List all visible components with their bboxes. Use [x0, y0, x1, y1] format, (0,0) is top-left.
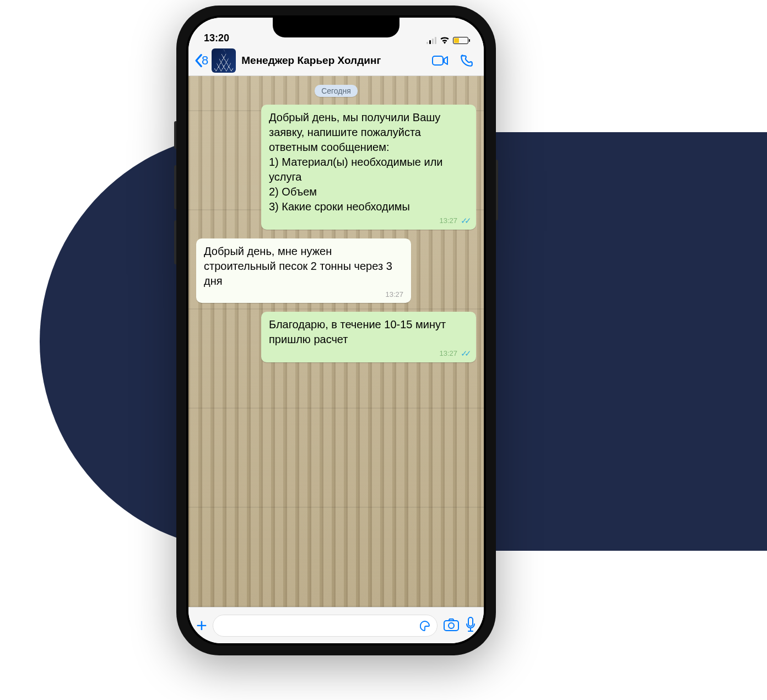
date-separator: Сегодня [315, 85, 358, 97]
read-ticks-icon: ✓✓ [461, 215, 468, 226]
contact-name[interactable]: Менеджер Карьер Холдинг [241, 55, 425, 67]
message-input[interactable] [213, 615, 437, 637]
message-time: 13:27 [439, 216, 457, 226]
phone-screen: 13:20 8 Менеджер Карьер [188, 18, 484, 643]
back-badge: 8 [202, 53, 208, 68]
svg-rect-0 [433, 56, 443, 65]
chat-header: 8 Менеджер Карьер Холдинг [188, 45, 484, 76]
wifi-icon [440, 36, 450, 44]
attach-button[interactable]: + [196, 615, 207, 636]
read-ticks-icon: ✓✓ [461, 348, 468, 359]
battery-icon [453, 37, 468, 44]
back-button[interactable]: 8 [194, 53, 208, 68]
notch [273, 18, 399, 37]
message-text: Добрый день, мы получили Вашу заявку, на… [269, 110, 468, 214]
svg-point-2 [449, 623, 454, 628]
message-time: 13:27 [385, 290, 403, 300]
incoming-message[interactable]: Добрый день, мне нужен строительный песо… [196, 238, 411, 303]
message-text: Добрый день, мне нужен строительный песо… [204, 244, 403, 289]
message-text: Благодарю, в течение 10-15 минут пришлю … [269, 317, 468, 347]
outgoing-message[interactable]: Благодарю, в течение 10-15 минут пришлю … [261, 312, 476, 362]
message-input-bar: + [188, 607, 484, 643]
svg-rect-1 [444, 621, 458, 631]
sticker-icon[interactable] [418, 619, 431, 632]
svg-rect-3 [468, 617, 473, 626]
voice-call-button[interactable] [455, 53, 478, 68]
video-call-button[interactable] [428, 55, 453, 66]
outgoing-message[interactable]: Добрый день, мы получили Вашу заявку, на… [261, 105, 476, 230]
phone-mockup: 13:20 8 Менеджер Карьер [176, 6, 496, 655]
chat-body[interactable]: Сегодня Добрый день, мы получили Вашу за… [188, 76, 484, 607]
message-time: 13:27 [439, 349, 457, 359]
contact-avatar[interactable] [212, 48, 236, 73]
mic-button[interactable] [465, 616, 476, 635]
status-time: 13:20 [204, 32, 229, 44]
camera-button[interactable] [443, 617, 460, 634]
cellular-icon [426, 37, 436, 44]
